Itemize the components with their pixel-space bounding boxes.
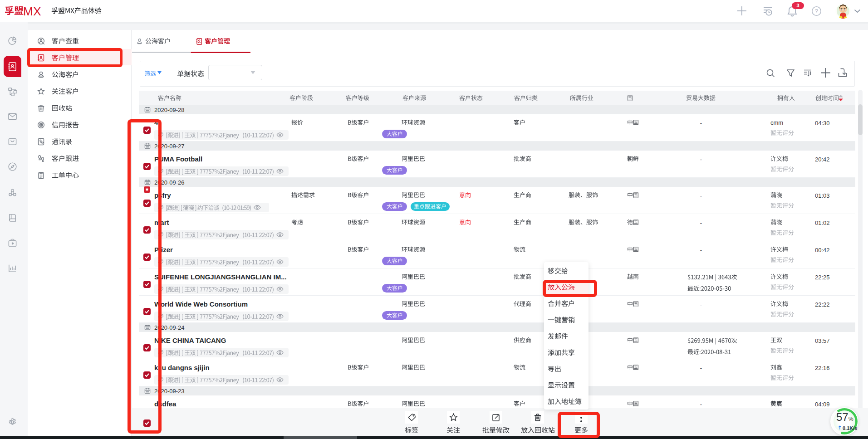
svg-text:?: ? [815,8,818,15]
